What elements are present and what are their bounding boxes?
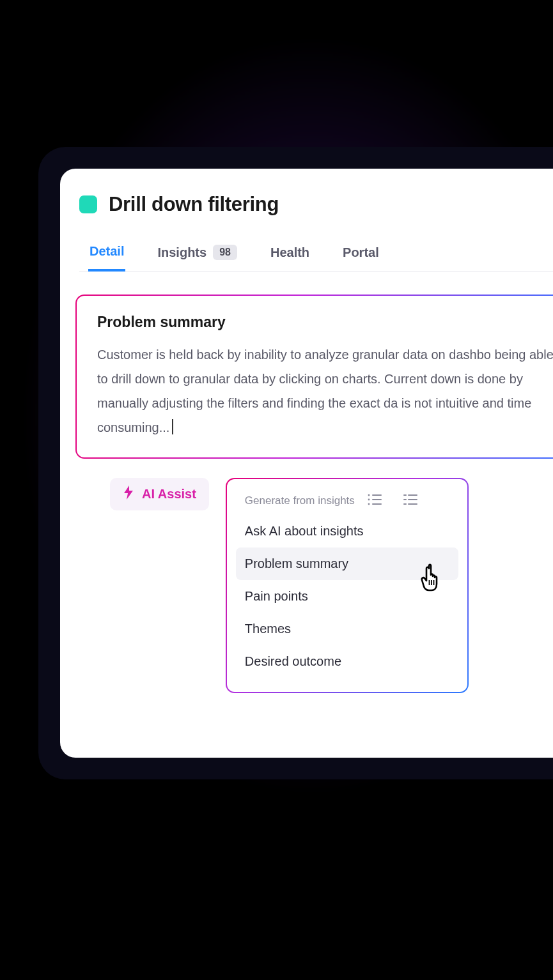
svg-point-7	[368, 503, 370, 505]
tab-label: Health	[270, 245, 309, 260]
svg-point-5	[368, 499, 370, 501]
dropdown-item-desired-outcome[interactable]: Desired outcome	[236, 645, 458, 678]
device-frame: Drill down filtering Detail Insights 98 …	[38, 147, 553, 779]
ai-assist-button[interactable]: AI Assist	[110, 478, 209, 510]
tab-health[interactable]: Health	[269, 241, 311, 270]
problem-summary-text: Customer is held back by inability to an…	[97, 342, 553, 440]
page-color-swatch[interactable]	[79, 195, 97, 213]
tab-detail[interactable]: Detail	[88, 240, 125, 272]
tab-insights[interactable]: Insights 98	[156, 241, 238, 270]
tab-bar: Detail Insights 98 Health Portal	[79, 240, 553, 272]
tab-label: Portal	[343, 245, 379, 260]
ai-assist-dropdown: Generate from insights Ask AI about insi…	[226, 478, 469, 693]
dropdown-item-pain-points[interactable]: Pain points	[236, 580, 458, 613]
problem-summary-body: Customer is held back by inability to an…	[97, 348, 553, 434]
app-window: Drill down filtering Detail Insights 98 …	[60, 169, 553, 758]
bolt-icon	[123, 486, 134, 503]
ai-assist-row: AI Assist Generate from insights Ask AI …	[110, 478, 553, 693]
tab-insights-badge: 98	[213, 245, 237, 260]
problem-summary-card[interactable]: Problem summary Customer is held back by…	[75, 295, 553, 459]
tab-label: Detail	[90, 244, 124, 259]
svg-point-3	[368, 494, 370, 496]
numbered-list-icon[interactable]	[403, 493, 418, 506]
tab-portal[interactable]: Portal	[341, 241, 380, 270]
tab-label: Insights	[157, 245, 206, 260]
dropdown-header: Generate from insights	[236, 491, 458, 515]
page-header: Drill down filtering	[79, 193, 553, 216]
list-format-toolbar	[367, 493, 418, 506]
problem-summary-heading: Problem summary	[97, 314, 553, 331]
dropdown-item-ask-ai[interactable]: Ask AI about insights	[236, 515, 458, 547]
dropdown-item-themes[interactable]: Themes	[236, 613, 458, 645]
bulleted-list-icon[interactable]	[367, 493, 382, 506]
ai-assist-label: AI Assist	[142, 487, 196, 501]
page-title: Drill down filtering	[109, 193, 279, 216]
text-caret	[172, 419, 173, 434]
dropdown-item-problem-summary[interactable]: Problem summary	[236, 547, 458, 580]
